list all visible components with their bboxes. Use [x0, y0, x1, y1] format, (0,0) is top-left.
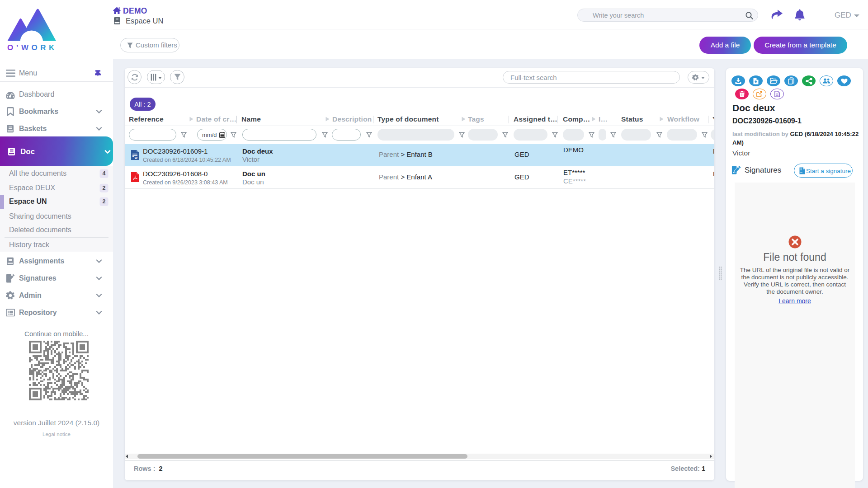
svg-text:O’WORK: O’WORK — [7, 43, 57, 52]
svg-text:w: w — [134, 156, 137, 160]
